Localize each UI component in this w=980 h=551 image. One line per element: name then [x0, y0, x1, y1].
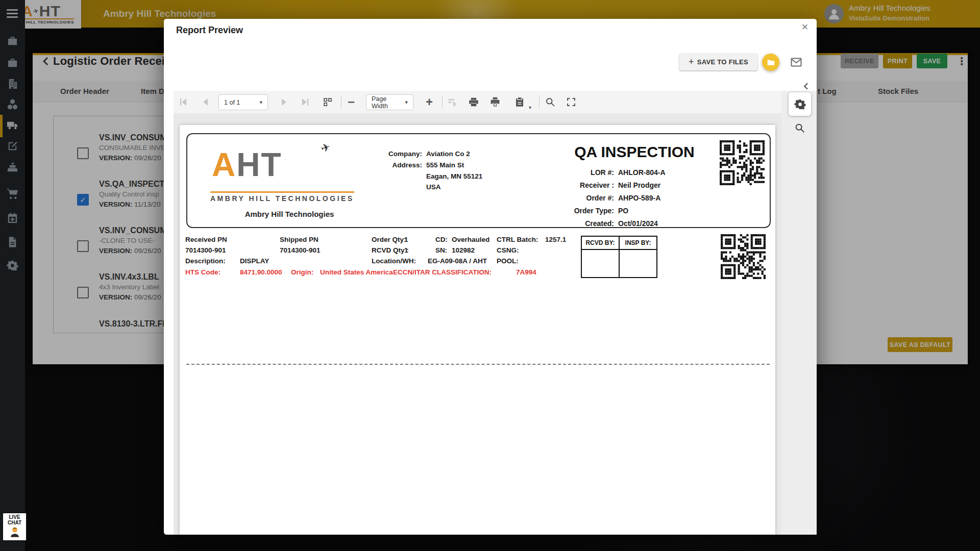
plus-icon: + — [689, 57, 694, 67]
find-icon[interactable] — [545, 97, 556, 108]
report-settings-button[interactable] — [789, 92, 811, 116]
report-preview-modal: Report Preview × + SAVE TO FILES 1 of 1 … — [164, 19, 817, 535]
description-label: Description: — [185, 257, 226, 265]
origin-label: Origin: — [291, 268, 313, 276]
signature-table: RCVD BY: INSP BY: — [581, 236, 657, 278]
toolbar-divider — [341, 95, 341, 109]
print-document-icon[interactable] — [490, 97, 501, 108]
order-number-value: AHPO-589-A — [618, 194, 660, 202]
zoom-in-icon[interactable]: + — [426, 95, 433, 109]
order-type-label: Order Type: — [512, 207, 614, 215]
paste-caret-icon[interactable]: ▾ — [529, 105, 531, 110]
rcvd-qty-value: 1 — [404, 246, 408, 254]
rcvd-by-label: RCVD BY: — [582, 237, 620, 249]
insp-by-cell — [620, 250, 656, 278]
ctrl-batch-value: 1257.1 — [545, 236, 566, 243]
last-page-icon[interactable] — [300, 97, 311, 108]
pdf-viewer[interactable]: AHT ✈ AMBRY HILL TECHNOLOGIES Ambry Hill… — [174, 113, 781, 535]
address-line1: 555 Main St — [426, 161, 464, 169]
sn-value: 102982 — [452, 246, 475, 254]
caret-down-icon: ▾ — [259, 99, 262, 106]
toolbar-divider — [539, 95, 540, 109]
pool-label: POOL: — [497, 257, 519, 265]
modal-title: Report Preview — [176, 25, 243, 36]
origin-value: United States America — [320, 268, 393, 276]
received-pn-value: 7014300-901 — [185, 246, 226, 254]
insp-by-label: INSP BY: — [620, 237, 656, 249]
document-header-box: AHT ✈ AMBRY HILL TECHNOLOGIES Ambry Hill… — [186, 133, 771, 228]
rcvd-by-cell — [582, 250, 620, 278]
toolbar-divider — [442, 95, 443, 109]
save-to-files-button[interactable]: + SAVE TO FILES — [679, 54, 757, 70]
address-line2: Eagan, MN 55121 — [426, 172, 482, 180]
doc-aht-logo-caption: AMBRY HILL TECHNOLOGIES — [210, 191, 354, 203]
chat-agent-icon — [8, 525, 21, 539]
caret-down-icon: ▾ — [405, 99, 408, 106]
email-button[interactable] — [788, 54, 805, 71]
zoom-mode-dropdown[interactable]: Page Width ▾ — [366, 94, 413, 110]
ctrl-batch-label: CTRL Batch: — [497, 236, 538, 243]
receiver-label: Receiver : — [512, 181, 614, 189]
pdf-page: AHT ✈ AMBRY HILL TECHNOLOGIES Ambry Hill… — [180, 125, 775, 535]
shipped-pn-value: 7014300-901 — [280, 246, 321, 254]
hts-value: 8471.90.0000 — [240, 268, 282, 276]
lor-label: LOR #: — [512, 168, 614, 177]
next-page-icon[interactable] — [279, 97, 289, 108]
collapse-chevron-icon[interactable] — [801, 81, 812, 91]
cd-value: Overhauled — [452, 236, 489, 243]
thumbnails-toggle-icon[interactable] — [323, 97, 333, 108]
lor-value: AHLOR-804-A — [618, 168, 666, 177]
page-indicator: 1 of 1 — [224, 99, 240, 106]
zoom-out-icon[interactable]: − — [348, 95, 355, 109]
doc-title: QA INSPECTION — [573, 143, 696, 161]
eccn-value: 7A994 — [516, 268, 536, 276]
print-icon[interactable] — [469, 97, 479, 108]
location-value: EG-A09-08A / AHT — [428, 257, 487, 265]
gear-icon — [794, 98, 806, 110]
settings-rail — [781, 91, 817, 535]
rcvd-qty-label: RCVD Qty : — [372, 246, 409, 254]
order-type-value: PO — [618, 207, 628, 215]
company-value: Aviation Co 2 — [426, 150, 470, 158]
select-print-item-icon[interactable] — [448, 97, 458, 108]
close-icon[interactable]: × — [798, 20, 812, 34]
address-label: Address: — [364, 161, 422, 169]
shipped-pn-label: Shipped PN — [280, 236, 318, 243]
page-select-dropdown[interactable]: 1 of 1 ▾ — [218, 94, 268, 110]
zoom-mode: Page Width — [372, 95, 401, 110]
live-chat-label-line1: LIVE — [9, 514, 20, 520]
qr-code-header — [720, 140, 765, 185]
mail-icon — [789, 56, 803, 68]
hts-label: HTS Code: — [185, 268, 220, 276]
qr-code-item — [721, 234, 766, 279]
received-pn-label: Received PN — [185, 236, 227, 243]
order-qty-value: 1 — [404, 236, 408, 243]
tear-line — [186, 364, 770, 365]
plane-icon: ✈ — [319, 140, 332, 156]
paste-icon[interactable] — [514, 97, 525, 108]
folder-button[interactable] — [762, 54, 779, 71]
sn-label: SN: — [435, 246, 447, 254]
order-qty-label: Order Qty: — [372, 236, 406, 243]
live-chat-widget[interactable]: LIVE CHAT — [2, 512, 27, 541]
doc-aht-logo: AHT — [212, 148, 282, 181]
address-line3: USA — [426, 183, 441, 191]
receiver-value: Neil Prodger — [618, 181, 660, 189]
doc-company-name: Ambry Hill Technologies — [233, 210, 346, 218]
screen: A✈HT AMBRY HILL TECHNOLOGIES Ambry Hill … — [0, 0, 980, 551]
location-label: Location/WH: — [372, 257, 416, 265]
folder-icon — [767, 58, 775, 67]
company-label: Company: — [364, 150, 422, 158]
csng-label: CSNG: — [497, 246, 519, 254]
order-number-label: Order #: — [512, 194, 614, 202]
fullscreen-icon[interactable] — [566, 97, 577, 108]
first-page-icon[interactable] — [178, 97, 189, 108]
created-label: Created: — [512, 219, 614, 228]
live-chat-label-line2: CHAT — [8, 520, 21, 525]
rail-search-icon[interactable] — [794, 122, 805, 134]
created-value: Oct/01/2024 — [618, 219, 658, 228]
previous-page-icon[interactable] — [201, 97, 211, 108]
save-to-files-label: SAVE TO FILES — [697, 58, 748, 66]
cd-label: CD: — [435, 236, 448, 243]
eccn-label: ECCN/ITAR CLASSIFICATION: — [393, 268, 492, 276]
